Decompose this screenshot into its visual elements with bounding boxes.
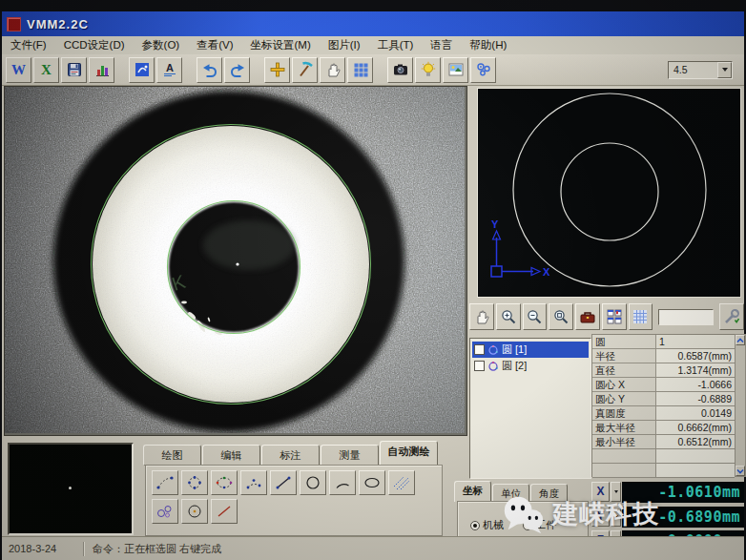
tab-draw[interactable]: 绘图 [143,445,201,466]
axis-y-dropdown[interactable] [611,507,621,527]
grid-array-icon [352,61,369,78]
measure-tool-button[interactable] [719,303,744,330]
light-control-button[interactable] [415,57,441,83]
axis-y-label: Y [491,218,499,230]
row-value: 0.6512(mm) [656,435,735,448]
menu-item-tools[interactable]: 工具(T) [369,36,423,54]
toolbox-button[interactable] [575,303,600,330]
axis-x-dropdown[interactable] [611,482,621,502]
menu-item-parameters[interactable]: 参数(O) [134,36,189,54]
menu-item-coordinate-settings[interactable]: 坐标设置(M) [242,36,320,54]
row-name: 真圆度 [592,406,656,420]
menu-item-language[interactable]: 语言 [422,36,461,54]
probe-button[interactable] [292,57,318,83]
tab-auto-measure[interactable]: 自动测绘 [380,441,438,466]
camera-capture-button[interactable] [387,57,413,83]
image-view-button[interactable] [443,57,468,83]
stage-preview[interactable] [8,443,134,535]
tool-point-line-button[interactable] [152,470,178,495]
tab-edit[interactable]: 编辑 [202,445,260,466]
magnification-select[interactable]: 4.5 [668,61,733,79]
tab-angle[interactable]: 角度 [530,484,568,502]
tool-line-button[interactable] [270,470,297,495]
crosshair-button[interactable] [264,57,290,83]
menu-item-file[interactable]: 文件(F) [2,36,55,54]
tool-ellipse-button[interactable] [359,470,385,495]
circle-feature-icon [487,344,499,356]
crosshair-icon [269,61,286,78]
axis-y-button[interactable]: Y [591,507,610,527]
zoom-in-button[interactable] [496,303,521,330]
cad-pan-button[interactable] [469,303,494,330]
list-item-circle-2[interactable]: 圆 [2] [472,358,589,374]
menu-item-help[interactable]: 帮助(H) [461,36,515,54]
header-value: 1 [656,335,735,348]
menu-item-ccd-settings[interactable]: CCD设定(D) [55,36,134,54]
camera-view[interactable]: K [4,86,467,436]
axis-x-button[interactable]: X [591,482,610,502]
export-word-button[interactable]: W [6,57,31,83]
list-item-circle-1[interactable]: 圆 [1] [472,342,589,358]
system-settings-button[interactable] [470,57,496,83]
status-command: 命令：正在框选圆 右键完成 [93,542,221,556]
tab-measure[interactable]: 测量 [321,445,379,466]
undo-button[interactable] [197,57,222,83]
scroll-up-icon[interactable] [736,335,745,345]
title-bar[interactable]: VMM2.2C [2,11,744,36]
checkbox[interactable] [474,344,485,355]
cad-search-input[interactable] [658,309,714,325]
table-scrollbar[interactable] [735,334,746,477]
screen: VMM2.2C 文件(F) CCD设定(D) 参数(O) 查看(V) 坐标设置(… [0,0,746,560]
radio-workpiece[interactable]: 工件 [523,518,556,532]
app-window: VMM2.2C 文件(F) CCD设定(D) 参数(O) 查看(V) 坐标设置(… [2,11,744,560]
row-name: 直径 [592,363,656,377]
redo-button[interactable] [224,57,250,83]
cad-grid-button[interactable] [629,303,653,330]
pan-hand-button[interactable] [320,57,345,83]
toolbar-separator [184,57,197,83]
tool-slash-line-button[interactable] [211,499,238,524]
wrench-icon [723,308,740,325]
export-excel-button[interactable]: X [33,57,59,83]
menu-item-view[interactable]: 查看(V) [188,36,241,54]
tool-multi-circle-button[interactable] [152,499,178,524]
arc-icon [333,475,352,490]
tab-annotate[interactable]: 标注 [261,445,320,466]
tool-auto-circle-button[interactable] [181,499,208,524]
tool-point-arc-button[interactable] [240,470,267,495]
tool-point-ellipse-button[interactable] [211,470,238,495]
probe-icon [297,61,314,78]
row-name: 圆心 X [592,378,656,391]
report-chart-button[interactable] [89,57,114,83]
scroll-down-icon[interactable] [736,466,745,476]
bar-chart-icon [93,61,111,78]
ellipse-icon [363,475,382,490]
tool-arc-button[interactable] [329,470,356,495]
tool-circle-button[interactable] [300,470,326,495]
grid-array-button[interactable] [347,57,373,83]
menu-item-image[interactable]: 图片(I) [320,36,369,54]
save-button[interactable] [61,57,87,83]
tool-point-circle-button[interactable] [181,470,208,495]
table-row-center-y: 圆心 Y -0.6889 [592,392,735,406]
table-row-center-x: 圆心 X -1.0666 [592,378,735,392]
text-label-button[interactable]: A [156,57,182,83]
results-list[interactable]: 圆 [1] 圆 [2] [469,338,591,479]
zoom-fit-button[interactable] [549,303,573,330]
radio-machine[interactable]: 机械 [470,518,504,532]
cad-view[interactable]: Y X [477,88,741,298]
tile-windows-button[interactable] [602,303,627,330]
cad-window-button[interactable] [129,57,155,83]
tab-coordinate[interactable]: 坐标 [454,481,491,502]
row-name: 圆心 Y [592,392,656,405]
row-name: 最大半径 [592,421,656,434]
tool-hatch-grid-button[interactable] [388,470,415,495]
circle-icon [303,475,322,490]
tab-unit[interactable]: 单位 [492,484,529,502]
cad-drawing: Y X [478,89,740,297]
zoom-out-button[interactable] [523,303,548,330]
hatch-grid-icon [392,475,411,490]
magnification-dropdown-button[interactable] [717,62,732,78]
y-readout: -0.6890mm [622,507,744,528]
checkbox[interactable] [474,361,485,371]
